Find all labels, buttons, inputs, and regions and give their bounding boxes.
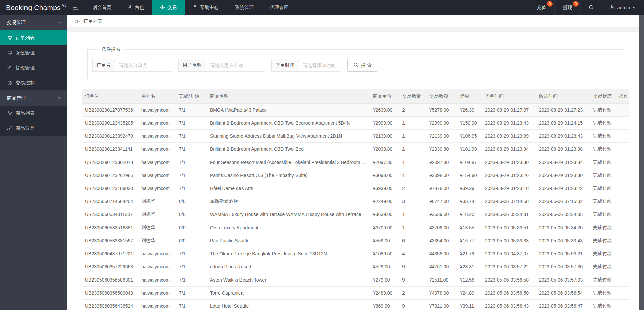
cell-actions [615,234,629,247]
topbar-recharge-button[interactable]: 充值0 [529,0,554,15]
menu-toggle-icon[interactable] [67,0,85,15]
table-row: UB2308290123189030haiwaiymcom7/1Hôtel Da… [82,182,629,195]
cell-ratio: 7/1 [176,247,207,260]
col-header-order-time: 下单时间 [482,89,536,103]
cell-order-no: UB2305060356436524 [82,299,138,310]
cell-quantity: 9 [399,299,426,310]
cell-unit-price: ¥3709.00 [370,221,399,234]
sidebar-item-product-category[interactable]: 商品分类 [0,121,67,136]
cell-product-name: edona Pines Resort [207,260,370,273]
sidebar-item-product-list[interactable]: 商品列表 [0,106,67,121]
cell-ratio: 7/1 [176,260,207,273]
cell-username: 刘德华 [138,208,176,221]
col-header-unit-price: 商品单价 [370,89,399,103]
cell-username: 刘德华 [138,195,176,208]
cell-order-time: 2023-05-06 03:56:50 [482,286,536,299]
board-icon [7,50,12,55]
top-nav-dashboard[interactable]: 后台首页 [85,0,119,15]
cell-order-time: 2023-08-29 01:23:34 [482,142,536,156]
cell-unfreeze-time: 2023-05-06 07:15:02 [536,195,590,208]
cell-order-no: UB2305060714584204 [82,195,138,208]
user-menu[interactable]: admin [602,0,644,15]
user-icon [610,5,615,10]
cell-unfreeze-time: 2023-08-29 01:23:34 [536,156,590,169]
cell-username: haiwaiymcom [138,169,176,182]
top-nav-help-center[interactable]: 帮助中心 [185,0,227,15]
sidebar-item-recharge-mgmt[interactable]: 充值管理 [0,45,67,60]
cell-username: haiwaiymcom [138,182,176,195]
content-panel: 条件搜索 订单号用户名称下单时间搜 索 订单号用户名完成/开始商品名称商品单价交… [67,32,639,310]
cell-order-time: 2023-05-06 05:33:38 [482,234,536,247]
cell-amount: ¥2139.00 [426,129,457,142]
col-header-username: 用户名 [138,89,176,103]
cell-commission: ¥16.77 [457,234,482,247]
sidebar-item-withdraw-mgmt[interactable]: 提现管理 [0,60,67,75]
cell-order-no: UB2305060533381597 [82,234,138,247]
app-logo-version: V8 [62,3,67,7]
sidebar-item-trade-control[interactable]: 交易控制 [0,75,67,90]
topbar-withdraw-button[interactable]: 提现0 [554,0,580,15]
top-nav-system[interactable]: 系统管理 [227,0,262,15]
cell-commission: ¥24.89 [457,286,482,299]
cell-order-no: UB2308290123262985 [82,169,138,182]
cell-quantity: 6 [399,234,426,247]
vertical-scrollbar[interactable] [639,15,644,310]
cell-actions [615,273,629,286]
cell-username: 刘德华 [138,234,176,247]
cell-amount: ¥7878.00 [426,182,457,195]
cell-order-no: UB2308290123435205 [82,116,138,129]
cell-actions [615,195,629,208]
order-no-input[interactable] [115,59,172,72]
order-time-input[interactable] [299,59,341,72]
cell-amount: ¥2511.00 [426,273,457,286]
table-row: UB2308290123392479haiwaiymcom7/1Stunning… [82,129,629,142]
page-title: 订单列表 [84,18,102,24]
cell-product-name: The Okura Prestige Bangkok-Presidential … [207,247,370,260]
cell-quantity: 1 [399,156,426,169]
cell-unfreeze-time: 2023-05-06 03:56:47 [536,299,590,310]
sidebar-item-order-list[interactable]: 订单列表 [0,30,67,45]
cell-order-no: UB2308290123392479 [82,129,138,142]
cell-amount: ¥4358.00 [426,247,457,260]
cell-unfreeze-time: 2023-08-29 01:24:15 [536,116,590,129]
cell-username: haiwaiymcom [138,116,176,129]
top-nav-label: 角色 [135,5,144,11]
top-nav-label: 帮助中心 [200,5,219,11]
cell-actions [615,260,629,273]
withdraw-label: 提现 [563,5,572,11]
cart-icon [7,35,12,40]
cell-status: 完成付款 [590,286,615,299]
top-nav-agent[interactable]: 代理管理 [262,0,297,15]
top-nav-role[interactable]: 角色 [119,0,152,15]
search-button[interactable]: 搜 索 [347,59,377,72]
cell-status: 完成付款 [590,273,615,286]
cell-actions [615,221,629,234]
cell-order-time: 2023-08-29 01:23:30 [482,156,536,169]
cell-actions [615,116,629,129]
cell-quantity: 2 [399,182,426,195]
cell-ratio: 0/0 [176,195,207,208]
double-chevron-icon: ≫ [75,18,80,24]
cell-unfreeze-time: 2023-05-06 03:57:03 [536,273,590,286]
cell-unfreeze-time: 2023-05-06 05:53:21 [536,247,590,260]
cell-actions [615,142,629,156]
refresh-button[interactable] [580,0,602,15]
table-row: UB2305060533516881刘德华0/0Orso Luxury Apar… [82,221,629,234]
cell-order-no: UB2305060437071221 [82,247,138,260]
chevron-down-icon [58,21,61,24]
cell-amount: ¥4978.00 [426,286,457,299]
cell-unit-price: ¥869.00 [370,299,399,310]
cell-amount: ¥6747.00 [426,195,457,208]
cell-ratio: 7/1 [176,273,207,286]
sidebar-group-trade-management[interactable]: 交易管理 [0,15,67,30]
app-logo[interactable]: Booking Champs V8 [0,0,67,15]
cell-status: 完成付款 [590,169,615,182]
cell-ratio: 0/0 [176,208,207,221]
gauge-icon [7,81,12,85]
search-group-order-no: 订单号 [92,59,172,72]
sidebar-item-label: 订单列表 [16,35,35,41]
top-nav-trade[interactable]: 交易 [152,0,185,15]
username-input[interactable] [206,59,265,72]
sidebar-group-product-management[interactable]: 商品管理 [0,90,67,106]
col-header-product-name: 商品名称 [207,89,370,103]
